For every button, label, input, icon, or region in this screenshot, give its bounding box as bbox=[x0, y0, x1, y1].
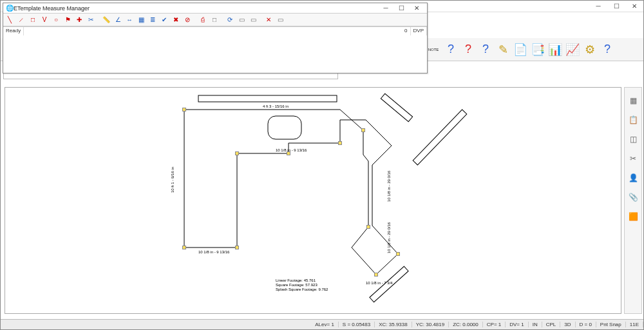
tb-stop-icon[interactable]: ⊘ bbox=[182, 15, 193, 25]
inner-toolbar: ╲ ⟋ □ V ○ ⚑ ✚ ✂ 📏 ∠ ↔ ▦ ≣ ✔ ✖ ⊘ ⎙ □ ⟳ ▭ … bbox=[3, 14, 427, 26]
tb-tool1-icon[interactable]: ⎙ bbox=[198, 15, 208, 25]
tb-check-icon[interactable]: ✔ bbox=[159, 15, 169, 25]
measure-manager-window: 🌐 ETemplate Measure Manager ─ ☐ ✕ ╲ ⟋ □ … bbox=[3, 3, 428, 73]
status-d: D = 0 bbox=[576, 322, 596, 327]
inner-window-title: ETemplate Measure Manager bbox=[14, 5, 378, 12]
palette-swatch-icon[interactable]: 🟧 bbox=[627, 210, 639, 223]
tool-d-button[interactable]: 📊 bbox=[547, 41, 563, 58]
inner-status-num: 0 bbox=[402, 27, 410, 35]
status-tail: 11E bbox=[626, 322, 643, 327]
right-palette: ▦ 📋 ◫ ✂ 👤 📎 🟧 bbox=[624, 87, 642, 314]
inner-status-ready: Ready bbox=[3, 27, 24, 35]
tb-rect-icon[interactable]: □ bbox=[28, 15, 38, 25]
status-zc: ZC: 0.0000 bbox=[449, 322, 483, 327]
status-alev: ALev= 1 bbox=[311, 322, 339, 327]
tb-refresh-icon[interactable]: ⟳ bbox=[225, 15, 235, 25]
footage-summary: Linear Footage: 45.761 Square Footage: 5… bbox=[276, 278, 328, 293]
status-snap: Pnt Snap bbox=[596, 322, 626, 327]
vertex-marker bbox=[361, 128, 365, 132]
tb-angle-icon[interactable]: ∠ bbox=[113, 15, 123, 25]
vertex-marker bbox=[235, 151, 239, 155]
vertex-marker bbox=[182, 246, 186, 249]
palette-cut-icon[interactable]: ✂ bbox=[627, 152, 639, 165]
tool-e-button[interactable]: 📈 bbox=[565, 41, 580, 58]
tb-opt-icon[interactable]: ▭ bbox=[275, 15, 285, 25]
tb-dim-icon[interactable]: ↔ bbox=[124, 15, 135, 25]
svg-rect-1 bbox=[268, 116, 301, 139]
inner-status-mode: DVP bbox=[411, 27, 427, 35]
inner-titlebar[interactable]: 🌐 ETemplate Measure Manager ─ ☐ ✕ bbox=[3, 3, 427, 14]
query-2-button[interactable]: ? bbox=[460, 41, 476, 58]
tb-layers-icon[interactable]: ≣ bbox=[147, 15, 158, 25]
inner-maximize-button[interactable]: ☐ bbox=[393, 5, 409, 12]
status-yc: YC: 30.4819 bbox=[412, 322, 449, 327]
tb-plus-icon[interactable]: ✚ bbox=[74, 15, 84, 25]
inner-close-button[interactable]: ✕ bbox=[409, 5, 424, 12]
tb-line-icon[interactable]: ╲ bbox=[5, 15, 15, 25]
status-scale: S = 0.05483 bbox=[339, 322, 375, 327]
outer-close-button[interactable]: ✕ bbox=[625, 1, 643, 12]
vertex-marker bbox=[338, 141, 342, 145]
vertex-marker bbox=[366, 225, 370, 229]
tb-v-icon[interactable]: V bbox=[39, 15, 50, 25]
summary-splash: Splash Square Footage: 9.762 bbox=[276, 287, 328, 292]
vertex-marker bbox=[182, 108, 186, 112]
dim-top: 4 ft 3 - 15/16 in bbox=[263, 104, 289, 108]
palette-window-icon[interactable]: ◫ bbox=[627, 133, 639, 146]
tool-a-button[interactable]: ✎ bbox=[495, 41, 511, 58]
tb-circle-icon[interactable]: ○ bbox=[51, 15, 61, 25]
drawing-canvas[interactable]: 4 ft 3 - 15/16 in 10 ft 1 - 9/16 in 10 1… bbox=[5, 87, 621, 314]
palette-grid-icon[interactable]: ▦ bbox=[627, 94, 639, 107]
dim-inner-top: 10 1/8 in - 9 13/16 bbox=[276, 148, 307, 152]
bottom-status-bar: ALev= 1 S = 0.05483 XC: 35.9338 YC: 30.4… bbox=[1, 319, 643, 329]
outer-maximize-button[interactable]: ☐ bbox=[607, 1, 625, 12]
vertex-marker bbox=[396, 252, 400, 256]
dim-bottom-left: 10 1/8 in - 9 13/16 bbox=[198, 250, 229, 254]
tb-tool2-icon[interactable]: □ bbox=[209, 15, 220, 25]
query-1-button[interactable]: ? bbox=[443, 41, 459, 58]
svg-rect-0 bbox=[198, 95, 337, 102]
dim-bottom-right: 10 1/8 in - 7 3/4 bbox=[366, 281, 393, 285]
status-xc: XC: 35.9338 bbox=[375, 322, 412, 327]
tb-flag-icon[interactable]: ⚑ bbox=[62, 15, 73, 25]
status-cp: CP= 1 bbox=[483, 322, 506, 327]
summary-square: Square Footage: 57.923 bbox=[276, 283, 328, 287]
tb-arc-icon[interactable]: ⟋ bbox=[16, 15, 26, 25]
note-tool[interactable]: NOTE bbox=[426, 41, 441, 58]
inner-content-area bbox=[3, 35, 427, 73]
tb-doc-icon[interactable]: ▭ bbox=[236, 15, 247, 25]
tb-cancel-icon[interactable]: ✖ bbox=[171, 15, 181, 25]
inner-minimize-button[interactable]: ─ bbox=[378, 5, 393, 12]
query-3-button[interactable]: ? bbox=[478, 41, 493, 58]
help-button[interactable]: ? bbox=[600, 41, 615, 58]
svg-rect-3 bbox=[413, 110, 467, 165]
svg-rect-2 bbox=[381, 93, 412, 122]
dim-right-lower: 10 1/8 in - 29 0/16 bbox=[387, 222, 391, 253]
tb-scissors-icon[interactable]: ✂ bbox=[86, 15, 96, 25]
status-cpl: CPL bbox=[542, 322, 561, 327]
tb-doc2-icon[interactable]: ▭ bbox=[248, 15, 258, 25]
tool-f-button[interactable]: ⚙ bbox=[582, 41, 598, 58]
palette-clipboard-icon[interactable]: 📋 bbox=[627, 113, 639, 126]
tool-c-button[interactable]: 📑 bbox=[530, 41, 545, 58]
outer-minimize-button[interactable]: ─ bbox=[589, 1, 607, 12]
status-in: IN bbox=[529, 322, 542, 327]
palette-attach-icon[interactable]: 📎 bbox=[627, 191, 639, 204]
tb-ruler-icon[interactable]: 📏 bbox=[101, 15, 111, 25]
status-dv: DV= 1 bbox=[506, 322, 528, 327]
inner-status-row: Ready 0 DVP bbox=[3, 26, 427, 35]
tool-b-button[interactable]: 📄 bbox=[513, 41, 528, 58]
vertex-marker bbox=[374, 273, 378, 277]
tb-x2-icon[interactable]: ✕ bbox=[263, 15, 274, 25]
dim-right-upper: 10 1/8 in - 29 0/16 bbox=[387, 171, 391, 202]
status-3d: 3D bbox=[560, 322, 575, 327]
tb-grid-icon[interactable]: ▦ bbox=[136, 15, 146, 25]
vertex-marker bbox=[235, 246, 239, 249]
summary-linear: Linear Footage: 45.761 bbox=[276, 278, 328, 283]
palette-person-icon[interactable]: 👤 bbox=[627, 171, 639, 184]
app-icon: 🌐 bbox=[6, 5, 14, 12]
dim-left: 10 ft 1 - 9/16 in bbox=[171, 167, 175, 193]
